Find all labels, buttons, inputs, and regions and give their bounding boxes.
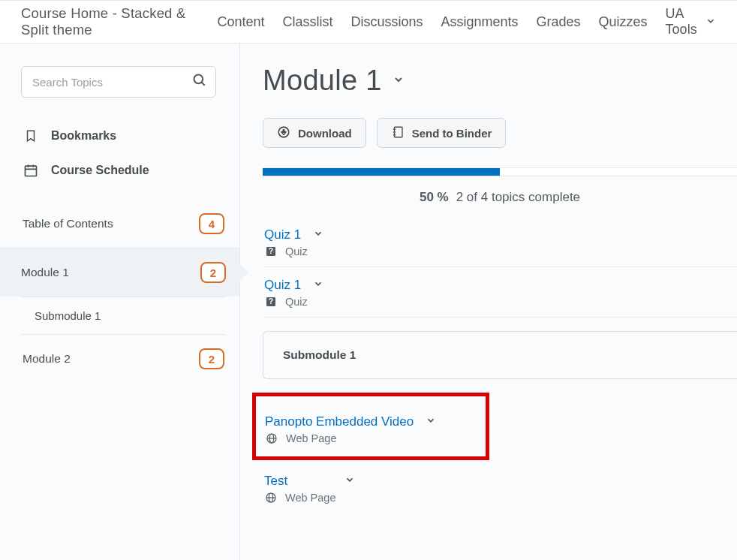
content-link[interactable]: Quiz 1 [264,278,301,293]
download-button[interactable]: Download [263,118,366,148]
count-badge: 2 [200,262,226,283]
content-item-test: Test Web Page [263,463,737,513]
sidebar-bookmarks-label: Bookmarks [51,129,116,143]
search-wrap [21,66,216,98]
progress-text: 2 of 4 topics complete [456,190,580,205]
toc-label: Table of Contents [23,217,113,230]
submodule-title: Submodule 1 [283,348,356,361]
nav-quizzes[interactable]: Quizzes [599,14,648,30]
content-link[interactable]: Test [264,474,287,489]
toc-label: Module 1 [21,266,69,279]
content-type-label: Web Page [286,432,336,444]
content-item-quiz-2: Quiz 1 ? Quiz [263,267,737,318]
count-badge: 4 [199,213,224,234]
web-icon [265,432,278,444]
content-type-label: Quiz [285,296,308,308]
item-menu-button[interactable] [344,474,355,488]
progress-label: 50 % 2 of 4 topics complete [263,181,737,217]
sidebar-schedule[interactable]: Course Schedule [21,153,226,188]
item-menu-button[interactable] [313,228,323,242]
content-type-label: Quiz [285,245,308,257]
item-menu-button[interactable] [313,278,323,292]
course-home-link[interactable]: Course Home - Stacked & Split theme [21,5,199,38]
nav-discussions[interactable]: Discussions [350,14,423,30]
page-title: Module 1 [263,65,382,97]
nav-content[interactable]: Content [217,14,264,30]
svg-text:?: ? [269,297,273,306]
module-menu-button[interactable] [393,74,405,89]
binder-label: Send to Binder [412,127,492,140]
content-type-label: Web Page [285,492,335,504]
toc-label: Module 2 [23,352,71,366]
content-link[interactable]: Panopto Embedded Video [265,414,414,429]
download-label: Download [298,127,352,140]
nav-assignments[interactable]: Assignments [441,14,519,30]
progress-bar [263,168,737,176]
toc-module-2[interactable]: Module 2 2 [21,334,226,383]
highlighted-item-box: Panopto Embedded Video Web Page [252,393,489,460]
content-list: Quiz 1 ? Quiz Quiz 1 [263,217,737,513]
send-to-binder-button[interactable]: Send to Binder [377,118,507,148]
search-input[interactable] [21,66,216,98]
quiz-icon: ? [264,245,278,257]
content-item-panopto: Panopto Embedded Video Web Page [263,404,486,449]
nav-grades[interactable]: Grades [537,14,581,30]
submodule-header[interactable]: Submodule 1 [263,331,737,379]
sidebar-bookmarks[interactable]: Bookmarks [21,119,226,153]
item-menu-button[interactable] [426,415,436,429]
module-title-row: Module 1 [263,65,737,97]
progress-percent: 50 % [420,190,449,205]
progress-wrap [263,167,737,176]
nav-ua-tools[interactable]: UA Tools [666,6,716,38]
svg-rect-2 [26,166,37,176]
content-item-quiz-1: Quiz 1 ? Quiz [263,217,737,267]
download-icon [277,125,290,141]
top-nav: Course Home - Stacked & Split theme Cont… [0,0,737,44]
svg-point-0 [194,75,203,84]
nav-ua-tools-label: UA Tools [666,6,701,38]
svg-rect-7 [394,127,402,137]
toc-submodule-1[interactable]: Submodule 1 [21,297,226,334]
toc-table-of-contents[interactable]: Table of Contents 4 [21,201,226,248]
toc-module-1[interactable]: Module 1 2 [0,248,239,297]
svg-line-1 [202,83,205,86]
web-icon [264,492,278,504]
binder-icon [391,125,405,141]
chevron-down-icon [705,14,716,30]
nav-classlist[interactable]: Classlist [282,14,332,30]
svg-text:?: ? [269,247,273,255]
content-link[interactable]: Quiz 1 [264,227,301,242]
sidebar: Bookmarks Course Schedule Table of Conte… [0,44,240,560]
toc-label: Submodule 1 [35,309,101,322]
action-row: Download Send to Binder [263,118,737,148]
bookmark-icon [23,128,39,144]
calendar-icon [23,162,39,179]
sidebar-schedule-label: Course Schedule [51,164,149,177]
search-icon[interactable] [192,73,207,91]
count-badge: 2 [199,348,224,369]
progress-fill [263,168,500,176]
main-content: Module 1 Download Send to Binder [240,44,737,560]
quiz-icon: ? [264,296,278,308]
